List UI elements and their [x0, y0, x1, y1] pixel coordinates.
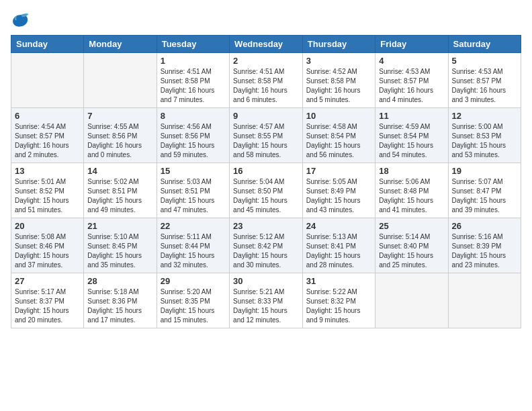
day-info: Sunrise: 5:22 AM Sunset: 8:32 PM Dayligh…: [306, 287, 372, 325]
page-header: [11, 11, 521, 30]
daylight-label: Daylight: 16 hours and 2 minutes.: [15, 142, 69, 158]
logo: [11, 11, 32, 30]
calendar-day-cell: 31 Sunrise: 5:22 AM Sunset: 8:32 PM Dayl…: [302, 273, 375, 328]
calendar-day-cell: 23 Sunrise: 5:12 AM Sunset: 8:42 PM Dayl…: [230, 218, 303, 273]
daylight-label: Daylight: 15 hours and 12 minutes.: [233, 307, 287, 324]
day-info: Sunrise: 5:21 AM Sunset: 8:33 PM Dayligh…: [233, 287, 299, 325]
calendar-day-cell: 16 Sunrise: 5:04 AM Sunset: 8:50 PM Dayl…: [230, 163, 303, 218]
day-number: 27: [15, 276, 80, 286]
daylight-label: Daylight: 15 hours and 47 minutes.: [161, 197, 215, 214]
daylight-label: Daylight: 15 hours and 35 minutes.: [87, 252, 142, 269]
daylight-label: Daylight: 15 hours and 39 minutes.: [452, 197, 506, 214]
day-number: 22: [161, 221, 226, 231]
sunrise-label: Sunrise: 5:14 AM: [379, 233, 430, 240]
sunset-label: Sunset: 8:47 PM: [452, 187, 502, 195]
calendar-table: SundayMondayTuesdayWednesdayThursdayFrid…: [11, 35, 521, 328]
day-number: 28: [87, 276, 152, 286]
sunset-label: Sunset: 8:58 PM: [161, 77, 210, 85]
calendar-day-cell: 18 Sunrise: 5:06 AM Sunset: 8:48 PM Dayl…: [375, 163, 448, 218]
day-number: 17: [306, 166, 372, 176]
calendar-day-cell: 19 Sunrise: 5:07 AM Sunset: 8:47 PM Dayl…: [448, 163, 521, 218]
sunset-label: Sunset: 8:51 PM: [87, 187, 137, 195]
sunset-label: Sunset: 8:58 PM: [306, 77, 356, 85]
sunset-label: Sunset: 8:32 PM: [306, 298, 356, 305]
day-number: 12: [452, 111, 518, 121]
sunset-label: Sunset: 8:39 PM: [452, 242, 502, 250]
day-info: Sunrise: 5:17 AM Sunset: 8:37 PM Dayligh…: [15, 287, 80, 325]
calendar-day-cell: 21 Sunrise: 5:10 AM Sunset: 8:45 PM Dayl…: [84, 218, 157, 273]
daylight-label: Daylight: 15 hours and 9 minutes.: [306, 307, 361, 324]
sunset-label: Sunset: 8:58 PM: [233, 77, 283, 85]
daylight-label: Daylight: 15 hours and 49 minutes.: [87, 197, 142, 214]
sunrise-label: Sunrise: 4:56 AM: [161, 123, 212, 130]
sunset-label: Sunset: 8:41 PM: [306, 242, 356, 250]
sunrise-label: Sunrise: 5:03 AM: [161, 178, 212, 185]
calendar-day-cell: 4 Sunrise: 4:53 AM Sunset: 8:57 PM Dayli…: [375, 53, 448, 108]
calendar-day-cell: 9 Sunrise: 4:57 AM Sunset: 8:55 PM Dayli…: [230, 108, 303, 163]
calendar-day-cell: 13 Sunrise: 5:01 AM Sunset: 8:52 PM Dayl…: [11, 163, 84, 218]
day-info: Sunrise: 5:04 AM Sunset: 8:50 PM Dayligh…: [233, 177, 299, 215]
sunrise-label: Sunrise: 4:55 AM: [87, 123, 138, 130]
sunrise-label: Sunrise: 5:18 AM: [87, 288, 138, 295]
day-number: 13: [15, 166, 80, 176]
weekday-header-tuesday: Tuesday: [157, 36, 229, 53]
day-info: Sunrise: 5:08 AM Sunset: 8:46 PM Dayligh…: [15, 232, 80, 270]
calendar-day-cell: [11, 53, 84, 108]
sunrise-label: Sunrise: 4:53 AM: [379, 68, 430, 75]
daylight-label: Daylight: 15 hours and 25 minutes.: [379, 252, 433, 269]
sunrise-label: Sunrise: 5:07 AM: [452, 178, 503, 185]
sunrise-label: Sunrise: 5:22 AM: [306, 288, 357, 295]
sunrise-label: Sunrise: 4:51 AM: [161, 68, 212, 75]
day-number: 9: [233, 111, 299, 121]
day-number: 23: [233, 221, 299, 231]
calendar-week-row: 20 Sunrise: 5:08 AM Sunset: 8:46 PM Dayl…: [11, 218, 521, 273]
sunrise-label: Sunrise: 4:52 AM: [306, 68, 357, 75]
day-info: Sunrise: 5:07 AM Sunset: 8:47 PM Dayligh…: [452, 177, 518, 215]
sunset-label: Sunset: 8:57 PM: [452, 77, 502, 85]
daylight-label: Daylight: 15 hours and 28 minutes.: [306, 252, 361, 269]
daylight-label: Daylight: 15 hours and 15 minutes.: [161, 307, 215, 324]
sunset-label: Sunset: 8:52 PM: [15, 187, 64, 195]
day-info: Sunrise: 5:03 AM Sunset: 8:51 PM Dayligh…: [161, 177, 226, 215]
sunrise-label: Sunrise: 4:53 AM: [452, 68, 503, 75]
calendar-week-row: 1 Sunrise: 4:51 AM Sunset: 8:58 PM Dayli…: [11, 53, 521, 108]
day-number: 11: [379, 111, 444, 121]
calendar-day-cell: 3 Sunrise: 4:52 AM Sunset: 8:58 PM Dayli…: [302, 53, 375, 108]
day-info: Sunrise: 4:56 AM Sunset: 8:56 PM Dayligh…: [161, 122, 226, 160]
weekday-header-wednesday: Wednesday: [230, 36, 303, 53]
day-number: 6: [15, 111, 80, 121]
calendar-day-cell: 12 Sunrise: 5:00 AM Sunset: 8:53 PM Dayl…: [448, 108, 521, 163]
sunset-label: Sunset: 8:50 PM: [233, 187, 283, 195]
calendar-day-cell: 10 Sunrise: 4:58 AM Sunset: 8:54 PM Dayl…: [302, 108, 375, 163]
day-number: 4: [379, 56, 444, 66]
day-info: Sunrise: 4:53 AM Sunset: 8:57 PM Dayligh…: [379, 67, 444, 105]
sunrise-label: Sunrise: 4:51 AM: [233, 68, 284, 75]
calendar-day-cell: [448, 273, 521, 328]
daylight-label: Daylight: 15 hours and 43 minutes.: [306, 197, 361, 214]
sunrise-label: Sunrise: 5:13 AM: [306, 233, 357, 240]
day-number: 30: [233, 276, 299, 286]
daylight-label: Daylight: 15 hours and 54 minutes.: [379, 142, 433, 158]
calendar-day-cell: 22 Sunrise: 5:11 AM Sunset: 8:44 PM Dayl…: [157, 218, 229, 273]
daylight-label: Daylight: 15 hours and 45 minutes.: [233, 197, 287, 214]
sunset-label: Sunset: 8:40 PM: [379, 242, 429, 250]
weekday-header-sunday: Sunday: [11, 36, 84, 53]
calendar-day-cell: 1 Sunrise: 4:51 AM Sunset: 8:58 PM Dayli…: [157, 53, 229, 108]
day-number: 5: [452, 56, 518, 66]
sunset-label: Sunset: 8:44 PM: [161, 242, 210, 250]
sunrise-label: Sunrise: 5:08 AM: [15, 233, 66, 240]
day-number: 7: [87, 111, 152, 121]
calendar-day-cell: 2 Sunrise: 4:51 AM Sunset: 8:58 PM Dayli…: [230, 53, 303, 108]
day-number: 10: [306, 111, 372, 121]
day-info: Sunrise: 5:14 AM Sunset: 8:40 PM Dayligh…: [379, 232, 444, 270]
calendar-day-cell: 27 Sunrise: 5:17 AM Sunset: 8:37 PM Dayl…: [11, 273, 84, 328]
sunrise-label: Sunrise: 5:16 AM: [452, 233, 503, 240]
sunrise-label: Sunrise: 5:02 AM: [87, 178, 138, 185]
sunrise-label: Sunrise: 5:10 AM: [87, 233, 138, 240]
sunrise-label: Sunrise: 5:00 AM: [452, 123, 503, 130]
day-info: Sunrise: 4:51 AM Sunset: 8:58 PM Dayligh…: [161, 67, 226, 105]
day-number: 8: [161, 111, 226, 121]
logo-icon: [11, 11, 30, 30]
day-number: 26: [452, 221, 518, 231]
sunrise-label: Sunrise: 5:12 AM: [233, 233, 284, 240]
